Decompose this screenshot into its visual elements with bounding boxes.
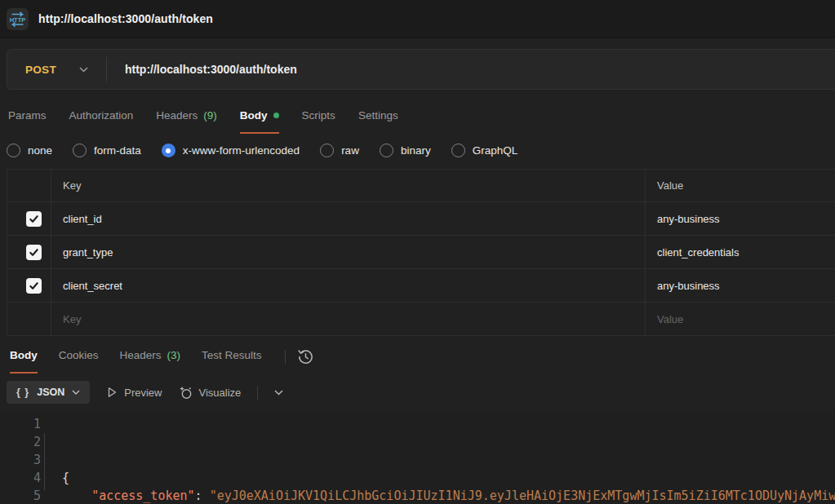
code-line: "access_token": "eyJ0eXAiOiJKV1QiLCJhbGc… [62, 487, 835, 504]
radio-x-www-form-urlencoded[interactable]: x-www-form-urlencoded [162, 144, 300, 157]
braces-icon: { } [16, 387, 29, 398]
divider [257, 386, 258, 400]
window-tab-bar: HTTP http://localhost:3000/auth/token [0, 0, 835, 38]
radio-circle-icon [7, 144, 20, 157]
table-row: client_secret any-business [7, 269, 835, 303]
radio-raw[interactable]: raw [320, 144, 359, 157]
tab-params[interactable]: Params [8, 109, 47, 134]
response-tab-test-results[interactable]: Test Results [202, 349, 262, 374]
row-checkbox-checked[interactable] [26, 278, 42, 294]
svg-text:HTTP: HTTP [10, 15, 26, 23]
response-tab-body[interactable]: Body [10, 349, 38, 374]
radio-none[interactable]: none [7, 144, 52, 157]
param-key-placeholder[interactable]: Key [51, 303, 646, 335]
code-line: { [62, 469, 835, 487]
code-lines: { "access_token": "eyJ0eXAiOiJKV1QiLCJhb… [41, 415, 835, 504]
visualize-sparkle-icon [179, 386, 193, 400]
param-value-cell[interactable]: any-business [646, 202, 835, 235]
headers-count-badge: (9) [203, 109, 217, 122]
radio-circle-icon [73, 144, 87, 157]
radio-circle-icon [320, 144, 334, 157]
method-label: POST [25, 64, 56, 76]
check-icon [29, 214, 39, 224]
row-checkbox-checked[interactable] [26, 211, 42, 227]
param-value-cell[interactable]: client_credentials [646, 236, 835, 268]
param-key-cell[interactable]: client_secret [51, 269, 646, 302]
preview-button[interactable]: Preview [106, 387, 162, 399]
table-row: grant_type client_credentials [7, 236, 835, 269]
body-mode-row: none form-data x-www-form-urlencoded raw… [0, 134, 835, 169]
param-value-cell[interactable]: any-business [646, 269, 835, 302]
row-checkbox-checked[interactable] [26, 245, 42, 260]
table-header-row: Key Value [7, 170, 835, 202]
play-icon [106, 387, 118, 398]
key-column-header: Key [51, 170, 646, 201]
request-tab[interactable]: HTTP http://localhost:3000/auth/token [7, 8, 213, 30]
urlencoded-params-table: Key Value client_id any-business grant_t… [7, 169, 835, 336]
response-toolbar: { } JSON Preview Visualize [0, 374, 835, 411]
body-modified-dot [273, 113, 279, 118]
chevron-down-icon [72, 390, 80, 395]
radio-form-data[interactable]: form-data [73, 144, 141, 157]
table-row: client_id any-business [7, 202, 835, 236]
check-icon [29, 281, 39, 291]
radio-binary[interactable]: binary [380, 144, 431, 157]
format-label: JSON [37, 387, 64, 398]
tab-settings[interactable]: Settings [358, 109, 398, 134]
radio-selected-icon [162, 144, 175, 157]
http-request-icon: HTTP [7, 8, 29, 30]
format-dropdown[interactable]: { } JSON [7, 381, 90, 404]
response-tab-headers[interactable]: Headers(3) [120, 349, 181, 374]
chevron-down-icon[interactable] [274, 390, 283, 396]
method-dropdown[interactable]: POST [7, 64, 88, 76]
code-gutter: 12345 [0, 415, 41, 504]
tab-authorization[interactable]: Authorization [69, 109, 134, 134]
radio-circle-icon [380, 144, 393, 157]
tab-scripts[interactable]: Scripts [302, 109, 335, 134]
response-body-viewer[interactable]: 12345 { "access_token": "eyJ0eXAiOiJKV1Q… [0, 411, 835, 504]
value-column-header: Value [646, 170, 835, 201]
param-key-cell[interactable]: grant_type [51, 236, 646, 268]
response-tab-cookies[interactable]: Cookies [59, 349, 99, 374]
radio-graphql[interactable]: GraphQL [451, 144, 518, 157]
radio-circle-icon [451, 144, 465, 157]
request-box: POST http://localhost:3000/auth/token [7, 49, 835, 90]
tab-headers[interactable]: Headers(9) [156, 109, 217, 134]
param-value-placeholder[interactable]: Value [646, 303, 835, 335]
request-url-section: POST http://localhost:3000/auth/token [0, 38, 835, 98]
divider [106, 57, 107, 82]
check-icon [29, 247, 39, 258]
url-input[interactable]: http://localhost:3000/auth/token [125, 63, 297, 76]
divider [285, 350, 286, 364]
history-clock-icon[interactable] [297, 348, 314, 365]
indent-guide [44, 433, 45, 490]
response-headers-count-badge: (3) [167, 349, 181, 361]
response-tabs: Body Cookies Headers(3) Test Results [0, 339, 835, 374]
table-empty-row: Key Value [7, 303, 835, 336]
request-tab-title: http://localhost:3000/auth/token [38, 12, 213, 25]
chevron-down-icon [79, 67, 88, 73]
visualize-button[interactable]: Visualize [179, 386, 242, 400]
request-tabs: Params Authorization Headers(9) Body Scr… [0, 98, 835, 134]
tab-body[interactable]: Body [240, 109, 279, 134]
param-key-cell[interactable]: client_id [51, 202, 646, 235]
